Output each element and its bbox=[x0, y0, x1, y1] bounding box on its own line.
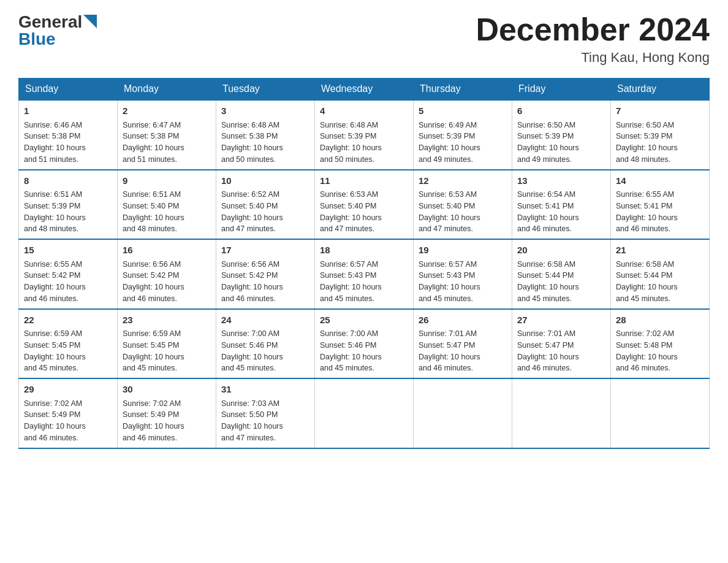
day-info-line: Daylight: 10 hours bbox=[123, 282, 211, 293]
day-info-line: Sunrise: 6:53 AM bbox=[419, 189, 507, 201]
calendar-cell: 5Sunrise: 6:49 AMSunset: 5:39 PMDaylight… bbox=[414, 100, 512, 170]
day-info-line: and 45 minutes. bbox=[123, 362, 211, 374]
day-info-line: Daylight: 10 hours bbox=[616, 212, 704, 224]
day-info-line: Sunset: 5:46 PM bbox=[221, 340, 309, 351]
calendar-week-row: 22Sunrise: 6:59 AMSunset: 5:45 PMDayligh… bbox=[19, 309, 710, 379]
day-header-sunday: Sunday bbox=[19, 79, 118, 101]
calendar-cell bbox=[414, 378, 512, 448]
day-info-line: Sunrise: 6:57 AM bbox=[320, 259, 408, 270]
day-info-line: Daylight: 10 hours bbox=[419, 142, 507, 154]
day-info-line: Daylight: 10 hours bbox=[123, 421, 211, 432]
calendar-cell: 2Sunrise: 6:47 AMSunset: 5:38 PMDaylight… bbox=[118, 100, 216, 170]
calendar-cell: 30Sunrise: 7:02 AMSunset: 5:49 PMDayligh… bbox=[118, 378, 216, 448]
logo: General Blue bbox=[18, 12, 97, 49]
day-info-line: Sunset: 5:45 PM bbox=[24, 340, 112, 351]
location-text: Ting Kau, Hong Kong bbox=[476, 50, 710, 66]
day-info-line: Daylight: 10 hours bbox=[616, 351, 704, 363]
day-info-line: Daylight: 10 hours bbox=[24, 282, 112, 293]
calendar-cell: 6Sunrise: 6:50 AMSunset: 5:39 PMDaylight… bbox=[512, 100, 611, 170]
day-info-line: Daylight: 10 hours bbox=[123, 212, 211, 224]
day-info-line: Sunrise: 6:51 AM bbox=[123, 189, 211, 201]
day-info-line: Daylight: 10 hours bbox=[320, 282, 408, 293]
day-number: 23 bbox=[123, 313, 211, 327]
calendar-cell: 13Sunrise: 6:54 AMSunset: 5:41 PMDayligh… bbox=[512, 170, 611, 240]
day-info-line: and 46 minutes. bbox=[616, 362, 704, 374]
calendar-cell: 7Sunrise: 6:50 AMSunset: 5:39 PMDaylight… bbox=[611, 100, 710, 170]
day-number: 21 bbox=[616, 243, 704, 258]
day-number: 2 bbox=[123, 104, 211, 118]
day-info-line: and 47 minutes. bbox=[419, 223, 507, 235]
day-info-line: Sunset: 5:39 PM bbox=[616, 131, 704, 142]
day-info-line: and 47 minutes. bbox=[320, 223, 408, 235]
day-info-line: Daylight: 10 hours bbox=[616, 142, 704, 154]
day-info-line: Sunset: 5:42 PM bbox=[123, 270, 211, 282]
day-info-line: Sunrise: 6:50 AM bbox=[517, 120, 605, 131]
day-info-line: Sunset: 5:49 PM bbox=[24, 409, 112, 421]
day-info-line: Sunset: 5:38 PM bbox=[24, 131, 112, 142]
day-info-line: Sunrise: 6:50 AM bbox=[616, 120, 704, 131]
calendar-cell: 26Sunrise: 7:01 AMSunset: 5:47 PMDayligh… bbox=[414, 309, 512, 379]
calendar-cell: 12Sunrise: 6:53 AMSunset: 5:40 PMDayligh… bbox=[414, 170, 512, 240]
calendar-cell: 23Sunrise: 6:59 AMSunset: 5:45 PMDayligh… bbox=[118, 309, 216, 379]
day-info-line: Sunset: 5:43 PM bbox=[419, 270, 507, 282]
day-info-line: and 50 minutes. bbox=[320, 154, 408, 166]
day-number: 29 bbox=[24, 383, 112, 397]
day-info-line: and 46 minutes. bbox=[221, 293, 309, 305]
day-number: 19 bbox=[419, 243, 507, 258]
day-number: 10 bbox=[221, 174, 309, 188]
day-number: 25 bbox=[320, 313, 408, 327]
day-info-line: Daylight: 10 hours bbox=[517, 351, 605, 363]
day-info-line: and 46 minutes. bbox=[123, 432, 211, 444]
day-info-line: and 46 minutes. bbox=[517, 223, 605, 235]
calendar-cell: 8Sunrise: 6:51 AMSunset: 5:39 PMDaylight… bbox=[19, 170, 118, 240]
calendar-cell: 14Sunrise: 6:55 AMSunset: 5:41 PMDayligh… bbox=[611, 170, 710, 240]
day-info-line: and 51 minutes. bbox=[24, 154, 112, 166]
day-info-line: Daylight: 10 hours bbox=[419, 212, 507, 224]
calendar-cell: 15Sunrise: 6:55 AMSunset: 5:42 PMDayligh… bbox=[19, 239, 118, 309]
day-info-line: Daylight: 10 hours bbox=[517, 142, 605, 154]
day-info-line: and 45 minutes. bbox=[221, 362, 309, 374]
day-info-line: Sunset: 5:40 PM bbox=[221, 201, 309, 212]
day-info-line: and 49 minutes. bbox=[517, 154, 605, 166]
calendar-cell: 24Sunrise: 7:00 AMSunset: 5:46 PMDayligh… bbox=[216, 309, 315, 379]
day-info-line: Sunset: 5:40 PM bbox=[123, 201, 211, 212]
day-info-line: Sunrise: 7:01 AM bbox=[419, 328, 507, 340]
day-info-line: and 45 minutes. bbox=[517, 293, 605, 305]
calendar-cell bbox=[315, 378, 414, 448]
day-info-line: Daylight: 10 hours bbox=[221, 142, 309, 154]
day-info-line: Daylight: 10 hours bbox=[221, 351, 309, 363]
day-number: 22 bbox=[24, 313, 112, 327]
day-info-line: Daylight: 10 hours bbox=[419, 351, 507, 363]
day-header-wednesday: Wednesday bbox=[315, 79, 414, 101]
day-info-line: Sunset: 5:41 PM bbox=[616, 201, 704, 212]
calendar-week-row: 29Sunrise: 7:02 AMSunset: 5:49 PMDayligh… bbox=[19, 378, 710, 448]
day-header-friday: Friday bbox=[512, 79, 611, 101]
calendar-cell: 22Sunrise: 6:59 AMSunset: 5:45 PMDayligh… bbox=[19, 309, 118, 379]
day-info-line: Daylight: 10 hours bbox=[320, 351, 408, 363]
calendar-table: SundayMondayTuesdayWednesdayThursdayFrid… bbox=[18, 78, 710, 449]
day-number: 31 bbox=[221, 383, 309, 397]
day-info-line: and 46 minutes. bbox=[24, 293, 112, 305]
calendar-cell: 20Sunrise: 6:58 AMSunset: 5:44 PMDayligh… bbox=[512, 239, 611, 309]
calendar-week-row: 8Sunrise: 6:51 AMSunset: 5:39 PMDaylight… bbox=[19, 170, 710, 240]
calendar-cell: 9Sunrise: 6:51 AMSunset: 5:40 PMDaylight… bbox=[118, 170, 216, 240]
calendar-cell: 29Sunrise: 7:02 AMSunset: 5:49 PMDayligh… bbox=[19, 378, 118, 448]
calendar-week-row: 1Sunrise: 6:46 AMSunset: 5:38 PMDaylight… bbox=[19, 100, 710, 170]
day-info-line: Sunset: 5:38 PM bbox=[221, 131, 309, 142]
day-info-line: and 48 minutes. bbox=[24, 223, 112, 235]
day-info-line: Sunrise: 7:02 AM bbox=[24, 398, 112, 410]
calendar-cell: 21Sunrise: 6:58 AMSunset: 5:44 PMDayligh… bbox=[611, 239, 710, 309]
day-info-line: Sunset: 5:45 PM bbox=[123, 340, 211, 351]
day-info-line: and 46 minutes. bbox=[616, 223, 704, 235]
calendar-cell: 16Sunrise: 6:56 AMSunset: 5:42 PMDayligh… bbox=[118, 239, 216, 309]
day-info-line: Sunset: 5:39 PM bbox=[24, 201, 112, 212]
day-number: 20 bbox=[517, 243, 605, 258]
day-info-line: Daylight: 10 hours bbox=[517, 212, 605, 224]
day-info-line: and 47 minutes. bbox=[221, 432, 309, 444]
day-info-line: Sunset: 5:41 PM bbox=[517, 201, 605, 212]
logo-triangle-icon bbox=[83, 15, 97, 28]
day-info-line: Daylight: 10 hours bbox=[320, 142, 408, 154]
day-info-line: Daylight: 10 hours bbox=[123, 351, 211, 363]
day-info-line: Sunset: 5:44 PM bbox=[517, 270, 605, 282]
day-info-line: Sunrise: 6:58 AM bbox=[616, 259, 704, 270]
